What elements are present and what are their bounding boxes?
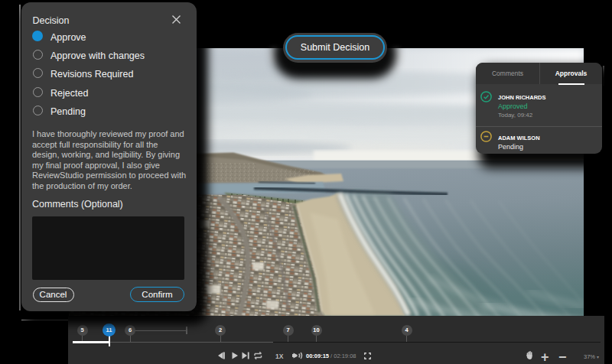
svg-text:1X: 1X [275,353,284,360]
